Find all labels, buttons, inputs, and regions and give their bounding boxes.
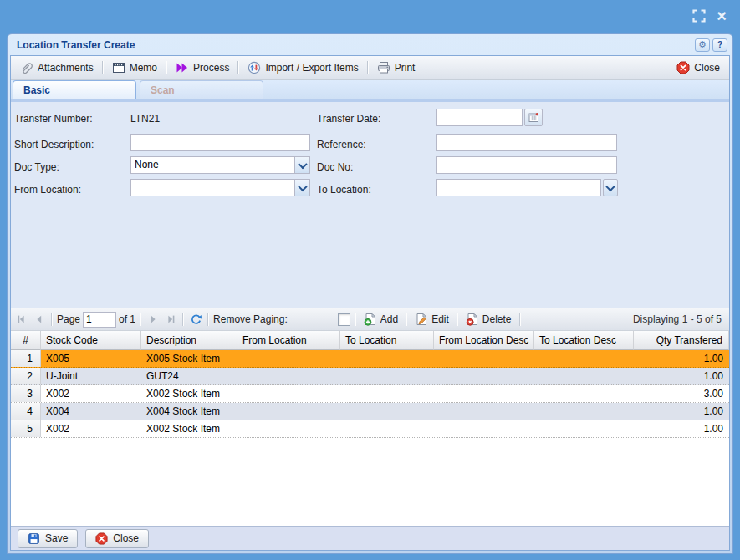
cell-to-location bbox=[340, 420, 434, 437]
cell-description: X005 Stock Item bbox=[141, 350, 237, 367]
screen: { "window": { "title": "Location Transfe… bbox=[0, 0, 740, 560]
memo-label: Memo bbox=[130, 62, 157, 74]
cell-description: X004 Stock Item bbox=[141, 403, 237, 420]
import-export-items-button[interactable]: Import / Export Items bbox=[243, 59, 362, 76]
gear-icon: ⚙ bbox=[698, 39, 707, 50]
transfer-date-input[interactable] bbox=[436, 109, 523, 126]
to-location-dropdown-trigger[interactable] bbox=[603, 179, 618, 196]
reference-input[interactable] bbox=[436, 134, 617, 151]
add-label: Add bbox=[380, 313, 398, 325]
print-button[interactable]: Print bbox=[373, 59, 420, 76]
edit-label: Edit bbox=[431, 313, 449, 325]
cell-to-location bbox=[340, 385, 434, 402]
doc-no-input[interactable] bbox=[436, 156, 617, 174]
cell-from-location-desc bbox=[434, 420, 534, 437]
transfer-number-value: LTN21 bbox=[130, 110, 160, 127]
add-item-icon bbox=[364, 313, 377, 326]
next-page-button[interactable] bbox=[145, 312, 161, 327]
transfer-date-label: Transfer Date: bbox=[317, 110, 380, 127]
cell-from-location-desc bbox=[434, 350, 534, 367]
grid-empty-area bbox=[11, 438, 729, 526]
first-page-button[interactable] bbox=[14, 312, 29, 327]
table-row[interactable]: 1 X005 X005 Stock Item 1.00 bbox=[11, 350, 729, 368]
column-header-to-location-desc[interactable]: To Location Desc bbox=[534, 331, 634, 350]
toolbar-separator bbox=[367, 61, 369, 74]
memo-button[interactable]: Memo bbox=[108, 59, 161, 76]
footer-close-button[interactable]: Close bbox=[85, 529, 149, 548]
short-description-label: Short Description: bbox=[14, 136, 94, 153]
reference-label: Reference: bbox=[317, 136, 366, 153]
help-button[interactable]: ? bbox=[712, 38, 727, 52]
cell-to-location bbox=[340, 368, 434, 384]
items-grid-panel: Page of 1 Remove Paging: bbox=[11, 308, 729, 526]
attachments-label: Attachments bbox=[38, 62, 94, 74]
table-row[interactable]: 3 X002 X002 Stock Item 3.00 bbox=[11, 385, 729, 403]
table-row[interactable]: 2 U-Joint GUT24 1.00 bbox=[11, 368, 729, 385]
page-label: Page bbox=[57, 313, 80, 325]
paperclip-icon bbox=[20, 61, 33, 74]
last-page-button[interactable] bbox=[163, 312, 178, 327]
refresh-button[interactable] bbox=[188, 312, 203, 327]
doc-type-combo[interactable]: None bbox=[130, 156, 310, 174]
column-header-row-number[interactable]: # bbox=[11, 331, 41, 350]
column-header-from-location[interactable]: From Location bbox=[237, 331, 340, 350]
tab-scan[interactable]: Scan bbox=[140, 80, 263, 99]
save-button[interactable]: Save bbox=[18, 529, 78, 548]
tab-scan-label: Scan bbox=[151, 84, 175, 96]
previous-page-button[interactable] bbox=[32, 312, 47, 327]
displaying-status: Displaying 1 - 5 of 5 bbox=[633, 313, 726, 325]
close-octagon-icon bbox=[95, 532, 108, 545]
short-description-input[interactable] bbox=[130, 134, 310, 151]
page-number-input[interactable] bbox=[83, 312, 116, 328]
from-location-label: From Location: bbox=[14, 181, 81, 198]
edit-button[interactable]: Edit bbox=[411, 312, 452, 327]
delete-button[interactable]: Delete bbox=[462, 312, 515, 327]
process-button[interactable]: Process bbox=[171, 59, 233, 76]
cell-qty-transfered: 1.00 bbox=[634, 350, 729, 367]
table-row[interactable]: 5 X002 X002 Stock Item 1.00 bbox=[11, 420, 729, 438]
outer-close-button[interactable]: × bbox=[714, 8, 729, 23]
paging-separator bbox=[207, 313, 209, 326]
process-label: Process bbox=[193, 62, 229, 74]
close-octagon-icon bbox=[676, 61, 690, 74]
cell-stock-code: X005 bbox=[41, 350, 141, 367]
grid-header-row: # Stock Code Description From Location T… bbox=[11, 331, 729, 350]
tab-basic[interactable]: Basic bbox=[13, 80, 136, 99]
cell-qty-transfered: 1.00 bbox=[634, 403, 729, 420]
page-of-label: of 1 bbox=[119, 313, 135, 325]
column-header-stock-code[interactable]: Stock Code bbox=[41, 331, 141, 350]
column-header-qty-transfered[interactable]: Qty Transfered bbox=[634, 331, 729, 350]
transfer-date-picker-button[interactable] bbox=[524, 109, 543, 126]
transfer-number-label: Transfer Number: bbox=[14, 110, 93, 127]
fullscreen-icon[interactable] bbox=[692, 8, 707, 23]
toolbar-separator bbox=[102, 61, 104, 74]
settings-button[interactable]: ⚙ bbox=[695, 38, 710, 52]
attachments-button[interactable]: Attachments bbox=[16, 59, 98, 76]
column-header-from-location-desc[interactable]: From Location Desc bbox=[434, 331, 534, 350]
cell-stock-code: U-Joint bbox=[41, 368, 141, 384]
from-location-combo[interactable] bbox=[130, 179, 310, 196]
cell-from-location-desc bbox=[434, 385, 534, 402]
cell-stock-code: X004 bbox=[41, 403, 141, 420]
basic-form-panel: Transfer Number: LTN21 Transfer Date: Sh… bbox=[11, 102, 729, 308]
edit-item-icon bbox=[415, 313, 428, 326]
add-button[interactable]: Add bbox=[360, 312, 401, 327]
paging-separator bbox=[182, 313, 184, 326]
column-header-description[interactable]: Description bbox=[141, 331, 237, 350]
cell-row-number: 2 bbox=[11, 368, 41, 384]
cell-from-location bbox=[237, 385, 340, 402]
cell-description: X002 Stock Item bbox=[141, 420, 237, 437]
column-header-to-location[interactable]: To Location bbox=[340, 331, 434, 350]
grid-paging-toolbar: Page of 1 Remove Paging: bbox=[11, 308, 729, 331]
table-row[interactable]: 4 X004 X004 Stock Item 1.00 bbox=[11, 403, 729, 420]
paging-separator bbox=[51, 313, 53, 326]
from-location-dropdown-trigger[interactable] bbox=[294, 180, 309, 196]
chevron-down-icon bbox=[298, 159, 307, 168]
remove-paging-checkbox[interactable] bbox=[338, 313, 350, 326]
to-location-input[interactable] bbox=[436, 179, 601, 196]
toolbar-close-button[interactable]: Close bbox=[672, 59, 724, 76]
import-export-icon bbox=[248, 61, 261, 74]
window-header: Location Transfer Create ⚙ ? bbox=[10, 34, 730, 55]
doc-type-dropdown-trigger[interactable] bbox=[294, 157, 309, 173]
paging-separator bbox=[519, 313, 521, 326]
